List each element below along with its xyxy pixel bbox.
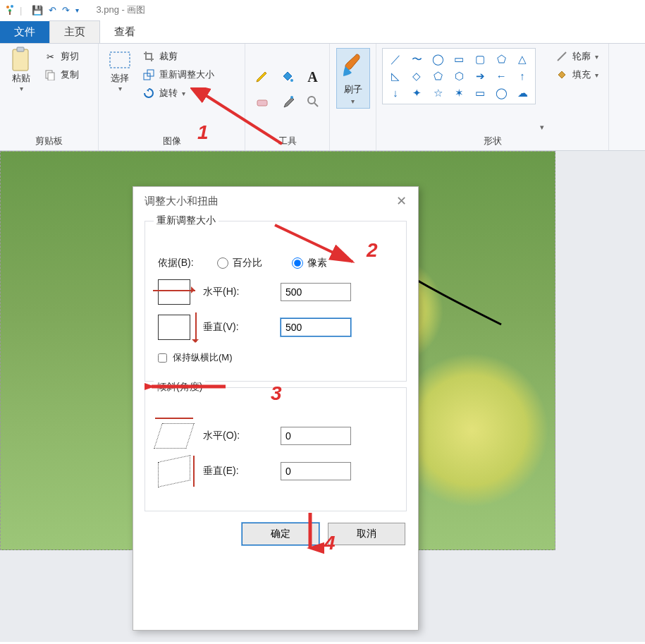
group-shapes: ／ 〜 ◯ ▭ ▢ ⬠ △ ◺ ◇ ⬠ ⬡ ➔ ← ↑ ↓ ✦ ☆ ✶ ▭ ◯: [376, 44, 609, 150]
shape-callout-oval-icon[interactable]: ◯: [491, 85, 511, 101]
scissors-icon: ✂: [44, 50, 56, 63]
chevron-down-icon: ▾: [182, 90, 185, 97]
eraser-icon[interactable]: [255, 95, 269, 111]
shape-arrow-left-icon[interactable]: ←: [491, 68, 511, 84]
rotate-label: 旋转: [159, 87, 178, 99]
chevron-down-icon: ▾: [20, 85, 23, 92]
radio-pixels-input[interactable]: [292, 257, 303, 269]
cut-button[interactable]: ✂ 剪切: [41, 48, 82, 65]
canvas-area: 调整大小和扭曲 ✕ 重新调整大小 依据(B): 百分比 像素 水平(H):: [0, 151, 645, 642]
close-icon[interactable]: ✕: [396, 193, 407, 209]
rotate-button[interactable]: 旋转 ▾: [140, 85, 217, 102]
shape-polygon-icon[interactable]: ⬠: [491, 51, 511, 67]
group-label-tools: 工具: [251, 132, 324, 149]
copy-icon: [44, 68, 56, 81]
redo-icon[interactable]: ↷: [62, 5, 70, 16]
skew-h-input[interactable]: [281, 427, 351, 445]
svg-point-0: [6, 6, 9, 8]
radio-percent-input[interactable]: [217, 257, 228, 269]
select-button[interactable]: 选择 ▾: [104, 48, 135, 92]
magnifier-icon[interactable]: [306, 95, 320, 111]
radio-pixels-label: 像素: [307, 257, 327, 269]
by-label: 依据(B):: [158, 257, 204, 269]
text-icon[interactable]: A: [307, 69, 317, 85]
shape-curve-icon[interactable]: 〜: [407, 51, 426, 67]
svg-point-13: [290, 96, 293, 99]
vertical-input[interactable]: [281, 318, 351, 336]
group-label-image: 图像: [104, 132, 239, 149]
horizontal-input[interactable]: [281, 283, 351, 301]
group-tools: A 工具: [245, 44, 330, 150]
quick-access-toolbar: 💾 ↶ ↷ ▾: [25, 5, 86, 16]
paint-bucket-icon: [555, 68, 568, 81]
group-brush: 刷子 ▾: [330, 44, 376, 150]
shape-arrow-right-icon[interactable]: ➔: [470, 68, 490, 84]
shape-4star-icon[interactable]: ✦: [407, 85, 426, 101]
skew-v-thumb-icon: [158, 458, 190, 484]
shape-triangle-icon[interactable]: △: [512, 51, 532, 67]
group-label-clipboard: 剪贴板: [6, 132, 92, 149]
annotation-number-4: 4: [324, 532, 336, 554]
chevron-down-icon: ▾: [351, 97, 355, 105]
select-label: 选择: [111, 73, 129, 83]
brush-label: 刷子: [344, 83, 362, 96]
annotation-number-2: 2: [367, 239, 378, 262]
skew-fieldset: 倾斜(角度) 水平(O): 垂直(E):: [145, 387, 407, 511]
ok-button[interactable]: 确定: [242, 523, 319, 545]
skew-v-label: 垂直(E):: [203, 465, 268, 478]
fill-label: 填充: [572, 68, 591, 81]
pencil-icon[interactable]: [255, 69, 269, 85]
keep-aspect-checkbox[interactable]: [158, 353, 167, 363]
shape-oval-icon[interactable]: ◯: [428, 51, 448, 67]
brush-icon: [341, 51, 365, 82]
horizontal-label: 水平(H):: [203, 286, 268, 298]
chevron-down-icon: ▾: [118, 85, 122, 92]
horizontal-thumb-icon: [158, 279, 190, 305]
undo-icon[interactable]: ↶: [49, 5, 56, 16]
shape-pentagon-icon[interactable]: ⬠: [428, 68, 448, 84]
crop-label: 裁剪: [159, 50, 178, 63]
shape-roundrect-icon[interactable]: ▢: [470, 51, 490, 67]
shape-5star-icon[interactable]: ☆: [428, 85, 448, 101]
shape-arrow-up-icon[interactable]: ↑: [512, 68, 532, 84]
tab-file[interactable]: 文件: [0, 21, 49, 43]
cancel-button[interactable]: 取消: [328, 523, 405, 545]
shape-callout-rect-icon[interactable]: ▭: [470, 85, 490, 101]
select-icon: [108, 48, 132, 72]
save-icon[interactable]: 💾: [32, 5, 43, 16]
fill-button[interactable]: 填充 ▾: [553, 66, 601, 83]
shape-right-triangle-icon[interactable]: ◺: [386, 68, 405, 84]
divider: |: [20, 5, 22, 16]
radio-percent[interactable]: 百分比: [217, 257, 262, 269]
tab-view[interactable]: 查看: [100, 21, 149, 43]
shape-arrow-down-icon[interactable]: ↓: [386, 85, 405, 101]
shape-diamond-icon[interactable]: ◇: [407, 68, 426, 84]
radio-pixels[interactable]: 像素: [292, 257, 327, 269]
svg-rect-4: [13, 49, 28, 71]
shape-hexagon-icon[interactable]: ⬡: [449, 68, 469, 84]
shape-line-icon[interactable]: ／: [386, 51, 405, 67]
paste-button[interactable]: 粘贴 ▾: [6, 48, 37, 92]
shapes-more-icon[interactable]: ▾: [540, 123, 544, 132]
shapes-gallery[interactable]: ／ 〜 ◯ ▭ ▢ ⬠ △ ◺ ◇ ⬠ ⬡ ➔ ← ↑ ↓ ✦ ☆ ✶ ▭ ◯: [382, 48, 536, 104]
crop-icon: [142, 50, 155, 63]
crop-button[interactable]: 裁剪: [140, 48, 217, 65]
paste-icon: [9, 48, 33, 72]
keep-aspect-label: 保持纵横比(M): [173, 351, 233, 364]
shape-rect-icon[interactable]: ▭: [449, 51, 469, 67]
outline-button[interactable]: 轮廓 ▾: [553, 48, 601, 65]
fill-icon[interactable]: [281, 69, 295, 85]
color-picker-icon[interactable]: [281, 95, 295, 111]
brush-button[interactable]: 刷子 ▾: [336, 48, 370, 109]
svg-point-14: [308, 97, 315, 104]
qat-customize-icon[interactable]: ▾: [75, 6, 79, 14]
resize-button[interactable]: 重新调整大小: [140, 66, 217, 83]
skew-v-input[interactable]: [281, 462, 351, 480]
ribbon-tabs: 文件 主页 查看: [0, 20, 645, 44]
skew-h-thumb-icon: [158, 423, 190, 449]
tab-home[interactable]: 主页: [49, 20, 100, 43]
copy-button[interactable]: 复制: [41, 66, 82, 83]
shape-callout-cloud-icon[interactable]: ☁: [512, 85, 532, 101]
shape-6star-icon[interactable]: ✶: [449, 85, 469, 101]
svg-rect-3: [9, 11, 11, 15]
